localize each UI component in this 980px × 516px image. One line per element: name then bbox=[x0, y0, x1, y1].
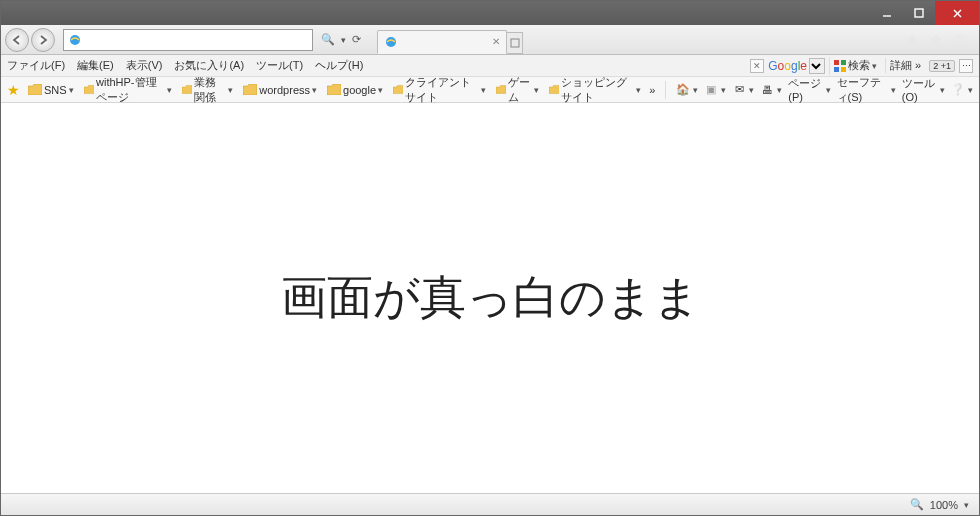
home-icon[interactable] bbox=[905, 33, 919, 47]
menu-view[interactable]: 表示(V) bbox=[126, 58, 163, 73]
cmd-page[interactable]: ページ(P)▾ bbox=[788, 76, 830, 103]
notification-badge[interactable]: 2 +1 bbox=[929, 60, 955, 72]
cmd-tools[interactable]: ツール(O)▾ bbox=[902, 76, 945, 103]
svg-point-7 bbox=[957, 37, 963, 43]
help-icon: ❔ bbox=[951, 83, 965, 97]
ms-logo-icon bbox=[834, 60, 846, 72]
menu-help[interactable]: ヘルプ(H) bbox=[315, 58, 363, 73]
ie-icon bbox=[384, 35, 398, 49]
bookmarks-overflow[interactable]: » bbox=[649, 84, 655, 96]
tab-0[interactable]: ✕ bbox=[377, 30, 507, 54]
svg-rect-16 bbox=[834, 60, 839, 65]
svg-rect-19 bbox=[841, 67, 846, 72]
svg-line-12 bbox=[955, 35, 957, 37]
menu-tools[interactable]: ツール(T) bbox=[256, 58, 303, 73]
cmd-home[interactable]: 🏠▾ bbox=[676, 83, 698, 97]
new-tab-icon bbox=[510, 38, 520, 48]
refresh-icon[interactable]: ⟳ bbox=[352, 33, 361, 46]
page-content: 画面が真っ白のまま bbox=[1, 103, 979, 493]
search-provider[interactable]: Google bbox=[768, 58, 825, 74]
svg-rect-17 bbox=[841, 60, 846, 65]
close-button[interactable] bbox=[935, 1, 979, 25]
print-icon: 🖶 bbox=[760, 83, 774, 97]
toolbar-options-button[interactable]: ⋯ bbox=[959, 59, 973, 73]
cmd-feeds[interactable]: ▣▾ bbox=[704, 83, 726, 97]
bookmark-shopping[interactable]: ショッピングサイト▾ bbox=[547, 75, 644, 105]
cmd-print[interactable]: 🖶▾ bbox=[760, 83, 782, 97]
bookmarks-bar: ★ SNS▾ withHP-管理ページ▾ 業務関係▾ wordpress▾ go… bbox=[1, 77, 979, 103]
address-bar[interactable] bbox=[63, 29, 313, 51]
status-bar: 🔍 100% ▾ bbox=[1, 493, 979, 515]
tab-close-icon[interactable]: ✕ bbox=[492, 36, 500, 47]
svg-line-14 bbox=[963, 35, 965, 37]
menu-favorites[interactable]: お気に入り(A) bbox=[174, 58, 244, 73]
zoom-dropdown[interactable]: ▾ bbox=[964, 500, 969, 510]
rss-icon: ▣ bbox=[704, 83, 718, 97]
arrow-left-icon bbox=[11, 34, 23, 46]
home-icon: 🏠 bbox=[676, 83, 690, 97]
bookmark-google[interactable]: google▾ bbox=[325, 84, 385, 96]
svg-line-15 bbox=[955, 43, 957, 45]
cmd-safety[interactable]: セーフティ(S)▾ bbox=[837, 75, 896, 105]
favorites-star-icon[interactable]: ★ bbox=[7, 82, 20, 98]
menu-edit[interactable]: 編集(E) bbox=[77, 58, 114, 73]
cmd-mail[interactable]: ✉▾ bbox=[732, 83, 754, 97]
address-input[interactable] bbox=[86, 34, 308, 46]
dropdown-icon[interactable]: ▾ bbox=[341, 35, 346, 45]
bookmark-sns[interactable]: SNS▾ bbox=[26, 84, 76, 96]
menu-file[interactable]: ファイル(F) bbox=[7, 58, 65, 73]
ie-icon bbox=[68, 33, 82, 47]
gear-icon[interactable] bbox=[953, 33, 967, 47]
zoom-icon[interactable]: 🔍 bbox=[910, 498, 924, 511]
zoom-level: 100% bbox=[930, 499, 958, 511]
tabstrip: ✕ bbox=[377, 26, 523, 54]
chrome-top-icons bbox=[905, 33, 975, 47]
forward-button[interactable] bbox=[31, 28, 55, 52]
svg-rect-6 bbox=[511, 39, 519, 47]
toolbar-close-button[interactable]: ✕ bbox=[750, 59, 764, 73]
mail-icon: ✉ bbox=[732, 83, 746, 97]
address-tools: 🔍 ▾ ⟳ bbox=[315, 33, 367, 46]
search-button[interactable]: 検索 ▾ bbox=[829, 57, 881, 75]
minimize-button[interactable] bbox=[871, 1, 903, 25]
bookmark-gyoumu[interactable]: 業務関係▾ bbox=[180, 75, 235, 105]
bookmark-client[interactable]: クライアントサイト▾ bbox=[391, 75, 488, 105]
search-icon[interactable]: 🔍 bbox=[321, 33, 335, 46]
bookmark-wordpress[interactable]: wordpress▾ bbox=[241, 84, 319, 96]
maximize-button[interactable] bbox=[903, 1, 935, 25]
detail-button[interactable]: 詳細 » bbox=[885, 58, 925, 73]
nav-row: 🔍 ▾ ⟳ ✕ bbox=[1, 25, 979, 55]
new-tab-button[interactable] bbox=[507, 32, 523, 54]
titlebar bbox=[1, 1, 979, 25]
svg-rect-18 bbox=[834, 67, 839, 72]
arrow-right-icon bbox=[37, 34, 49, 46]
page-message: 画面が真っ白のまま bbox=[281, 267, 700, 329]
star-icon[interactable] bbox=[929, 33, 943, 47]
svg-rect-1 bbox=[915, 9, 923, 17]
bookmark-game[interactable]: ゲーム▾ bbox=[494, 75, 541, 105]
svg-line-13 bbox=[963, 43, 965, 45]
chevron-down-icon: ▾ bbox=[872, 61, 877, 71]
search-provider-select[interactable] bbox=[809, 58, 825, 74]
bookmark-withhp[interactable]: withHP-管理ページ▾ bbox=[82, 75, 175, 105]
cmd-help[interactable]: ❔▾ bbox=[951, 83, 973, 97]
back-button[interactable] bbox=[5, 28, 29, 52]
